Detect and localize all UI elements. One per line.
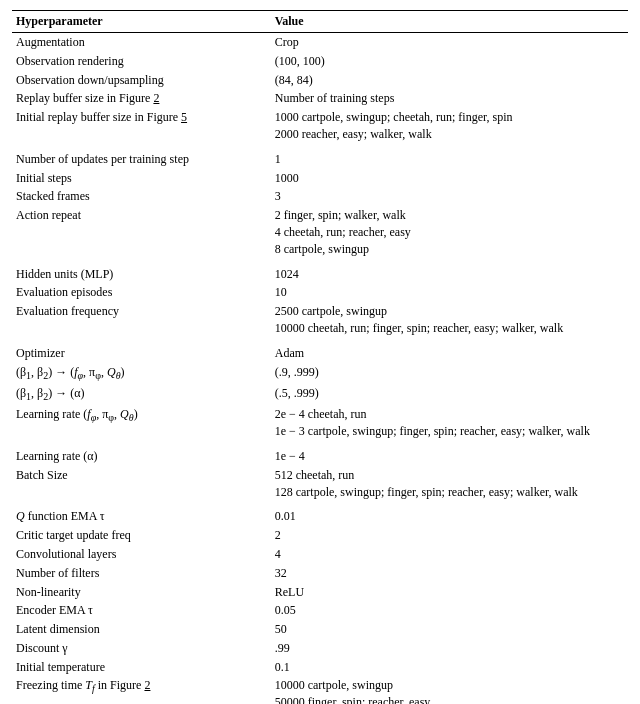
value-cell: 512 cheetah, run128 cartpole, swingup; f… [271,466,628,502]
value-cell: 3 [271,187,628,206]
table-row: (β1, β2) → (α)(.5, .999) [12,384,628,405]
table-row: Action repeat2 finger, spin; walker, wal… [12,206,628,258]
param-cell: Critic target update freq [12,526,271,545]
value-cell: 2e − 4 cheetah, run1e − 3 cartpole, swin… [271,405,628,441]
param-cell: Number of updates per training step [12,150,271,169]
param-cell: (β1, β2) → (α) [12,384,271,405]
table-row: Critic target update freq2 [12,526,628,545]
param-cell: Non-linearity [12,583,271,602]
table-row: Evaluation frequency2500 cartpole, swing… [12,302,628,338]
param-cell: Batch Size [12,466,271,502]
param-cell: Encoder EMA τ [12,601,271,620]
value-cell: (100, 100) [271,52,628,71]
value-cell: 1000 [271,169,628,188]
value-cell: 0.01 [271,507,628,526]
param-cell: Hidden units (MLP) [12,265,271,284]
param-cell: Observation rendering [12,52,271,71]
table-row: Hidden units (MLP)1024 [12,265,628,284]
param-cell: Augmentation [12,33,271,52]
param-cell: Evaluation episodes [12,283,271,302]
table-row: Initial temperature0.1 [12,658,628,677]
value-cell: 32 [271,564,628,583]
param-cell: Optimizer [12,344,271,363]
table-row: Initial steps1000 [12,169,628,188]
param-cell: Stacked frames [12,187,271,206]
table-row: Freezing time Tf in Figure 210000 cartpo… [12,676,628,704]
table-row: Non-linearityReLU [12,583,628,602]
table-row: OptimizerAdam [12,344,628,363]
table-row: Batch Size512 cheetah, run128 cartpole, … [12,466,628,502]
table-row: Learning rate (fφ, πφ, Qθ)2e − 4 cheetah… [12,405,628,441]
value-cell: Crop [271,33,628,52]
param-cell: Initial temperature [12,658,271,677]
table-row: Convolutional layers4 [12,545,628,564]
param-cell: Action repeat [12,206,271,258]
value-cell: 50 [271,620,628,639]
value-cell: 1e − 4 [271,447,628,466]
param-cell: Learning rate (α) [12,447,271,466]
param-cell: Learning rate (fφ, πφ, Qθ) [12,405,271,441]
value-cell: (84, 84) [271,71,628,90]
param-cell: Latent dimension [12,620,271,639]
table-row: Latent dimension50 [12,620,628,639]
table-row: AugmentationCrop [12,33,628,52]
value-cell: Adam [271,344,628,363]
table-row: Observation down/upsampling(84, 84) [12,71,628,90]
param-cell: Number of filters [12,564,271,583]
param-cell: Replay buffer size in Figure 2 [12,89,271,108]
value-cell: 4 [271,545,628,564]
param-cell: Convolutional layers [12,545,271,564]
value-cell: 2500 cartpole, swingup10000 cheetah, run… [271,302,628,338]
value-cell: Number of training steps [271,89,628,108]
value-cell: (.5, .999) [271,384,628,405]
table-row: Initial replay buffer size in Figure 510… [12,108,628,144]
table-row: Discount γ.99 [12,639,628,658]
value-cell: 1000 cartpole, swingup; cheetah, run; fi… [271,108,628,144]
value-cell: 2 [271,526,628,545]
header-hyperparameter: Hyperparameter [12,11,271,33]
table-row: Learning rate (α)1e − 4 [12,447,628,466]
param-cell: Initial steps [12,169,271,188]
value-cell: 10 [271,283,628,302]
table-row: Q function EMA τ0.01 [12,507,628,526]
table-row: Number of filters32 [12,564,628,583]
value-cell: ReLU [271,583,628,602]
table-row: Stacked frames3 [12,187,628,206]
param-cell: Initial replay buffer size in Figure 5 [12,108,271,144]
table-row: Replay buffer size in Figure 2Number of … [12,89,628,108]
header-value: Value [271,11,628,33]
value-cell: (.9, .999) [271,363,628,384]
param-cell: Q function EMA τ [12,507,271,526]
table-row: Evaluation episodes10 [12,283,628,302]
param-cell: Discount γ [12,639,271,658]
value-cell: 0.05 [271,601,628,620]
table-row: (β1, β2) → (fφ, πφ, Qθ)(.9, .999) [12,363,628,384]
value-cell: 10000 cartpole, swingup50000 finger, spi… [271,676,628,704]
value-cell: 1024 [271,265,628,284]
value-cell: 2 finger, spin; walker, walk4 cheetah, r… [271,206,628,258]
table-row: Encoder EMA τ0.05 [12,601,628,620]
table-row: Number of updates per training step1 [12,150,628,169]
value-cell: 1 [271,150,628,169]
param-cell: Observation down/upsampling [12,71,271,90]
table-row: Observation rendering(100, 100) [12,52,628,71]
value-cell: .99 [271,639,628,658]
value-cell: 0.1 [271,658,628,677]
param-cell: (β1, β2) → (fφ, πφ, Qθ) [12,363,271,384]
param-cell: Evaluation frequency [12,302,271,338]
param-cell: Freezing time Tf in Figure 2 [12,676,271,704]
